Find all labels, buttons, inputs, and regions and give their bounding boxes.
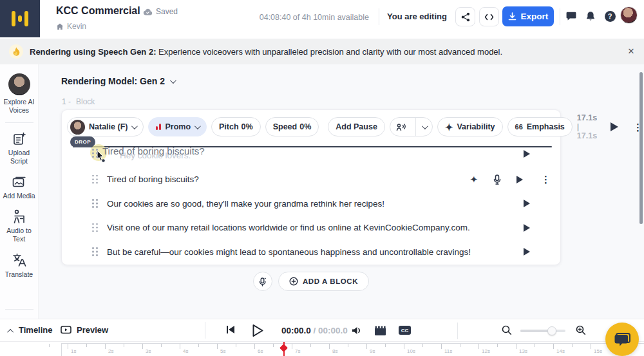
translate-icon [12, 252, 27, 268]
script-row-text[interactable]: Visit one of our many retail locations w… [107, 223, 470, 232]
zoom-in-icon[interactable] [576, 325, 586, 335]
timeline-ruler[interactable]: 1s2s3s4s5s6s7s8s9s10s11s12s13s14s15s [61, 343, 644, 356]
banner-highlight: Rendering using Speech Gen 2: [30, 47, 156, 57]
export-label: Export [521, 12, 549, 21]
banner-message: Experience voiceovers with unparalleled … [156, 47, 502, 57]
chevron-down-icon [131, 123, 138, 129]
divider [205, 322, 205, 339]
divider [379, 8, 379, 25]
scrollbar-track[interactable] [639, 71, 643, 315]
voice-name: Natalie (F) [89, 122, 128, 131]
drag-handle[interactable] [92, 247, 98, 256]
drag-handle[interactable] [92, 199, 98, 208]
app-logo[interactable] [0, 0, 40, 37]
duration-total: 17.1s [577, 131, 597, 140]
pitch-value: 0% [242, 122, 253, 131]
rendering-model-dropdown[interactable]: Rendering Model: Gen 2 [61, 76, 175, 86]
duration-separator: | [577, 122, 580, 131]
embed-code-button[interactable] [479, 7, 499, 26]
pronunciation-dropdown[interactable] [415, 118, 432, 136]
ruler-tick-label: 2s [108, 348, 113, 354]
add-pause-button[interactable]: Add Pause [328, 117, 385, 136]
saved-label: Saved [156, 7, 178, 16]
project-title[interactable]: KCC Commercial [56, 5, 140, 17]
row-play-button[interactable] [524, 150, 530, 158]
block-play-button[interactable] [611, 122, 618, 131]
drag-ghost-text: Tired of boring biscuits? [102, 145, 205, 156]
current-time: 00:00.0 [281, 326, 311, 335]
drag-handle[interactable] [92, 223, 98, 232]
mic-icon[interactable] [493, 174, 501, 185]
breadcrumb[interactable]: Kevin [56, 22, 86, 31]
volume-icon[interactable] [352, 326, 363, 335]
video-clip-icon[interactable] [374, 326, 386, 335]
ruler-tick-label: 4s [183, 348, 188, 354]
pitch-control[interactable]: Pitch 0% [211, 117, 261, 136]
preview-toggle[interactable]: Preview [61, 325, 108, 335]
timeline-toggle[interactable]: Timeline [9, 325, 53, 335]
share-button[interactable] [455, 7, 475, 26]
user-avatar[interactable] [620, 6, 638, 24]
timeline-zoom-slider[interactable] [520, 330, 565, 332]
playhead[interactable] [283, 342, 284, 356]
voice-selector[interactable]: Natalie (F) [67, 117, 144, 136]
left-sidebar: Explore AI Voices Upload Script Add Medi… [0, 64, 39, 319]
sidebar-item-audio-to-text[interactable]: Audio to Text [1, 209, 37, 243]
enhance-sparkle-icon[interactable]: ✦ [469, 174, 478, 184]
add-block-button[interactable]: ADD A BLOCK [278, 272, 369, 291]
ruler-tick-label: 7s [295, 348, 300, 354]
add-pause-label: Add Pause [336, 122, 377, 131]
editor-canvas: Rendering Model: Gen 2 1 -Block Natalie … [39, 64, 644, 319]
upload-script-icon [12, 132, 26, 146]
help-button[interactable]: ? [604, 10, 616, 22]
speed-control[interactable]: Speed 0% [265, 117, 319, 136]
code-icon [484, 14, 494, 21]
pronunciation-icon[interactable] [390, 118, 412, 136]
save-status: Saved [143, 7, 178, 16]
style-selector[interactable]: Promo [148, 117, 207, 136]
emphasis-label: Emphasis [527, 122, 565, 131]
banner-close-icon[interactable]: ✕ [626, 46, 636, 57]
row-play-button[interactable] [516, 176, 523, 183]
script-row-text[interactable]: Tired of boring biscuits? [107, 174, 199, 184]
notifications-button[interactable] [585, 10, 596, 22]
ruler-tick-label: 5s [220, 348, 225, 354]
ruler-tick-label: 1s [71, 348, 76, 354]
script-row-text[interactable]: Our cookies are so good, they'll make yo… [107, 199, 384, 209]
preview-label: Preview [77, 325, 108, 335]
chevron-down-icon [194, 123, 201, 129]
variability-button[interactable]: ✦ Variability [437, 117, 503, 136]
mic-sparkle-icon [259, 277, 267, 286]
row-menu-button[interactable]: ⋮ [538, 174, 553, 184]
scrollbar-thumb[interactable] [639, 72, 643, 224]
block-toolbar: Natalie (F) Promo Pitch 0% Speed 0% Add … [67, 115, 555, 138]
play-button[interactable] [252, 324, 264, 337]
slider-thumb[interactable] [547, 326, 556, 335]
block-type-label: Block [76, 97, 95, 106]
export-button[interactable]: Export [502, 6, 554, 26]
time-separator: / [311, 326, 318, 335]
drag-handle[interactable] [92, 149, 98, 158]
emphasis-button[interactable]: 66 Emphasis [507, 117, 573, 136]
support-chat-button[interactable] [605, 323, 639, 356]
sidebar-item-add-media[interactable]: Add Media [1, 175, 37, 200]
row-actions [524, 248, 530, 256]
row-play-button[interactable] [524, 200, 530, 207]
script-row-text[interactable]: But be careful—our cookies might lead to… [107, 247, 471, 257]
announcement-banner: Rendering using Speech Gen 2: Experience… [0, 39, 644, 64]
skip-to-start-button[interactable] [227, 326, 234, 333]
zoom-out-icon[interactable] [502, 325, 512, 335]
top-bar: KCC Commercial Saved Kevin 04:08:40 of 4… [0, 0, 644, 39]
row-play-button[interactable] [524, 224, 530, 232]
sidebar-item-explore-ai-voices[interactable]: Explore AI Voices [1, 73, 37, 115]
total-time: 00:00.0 [318, 326, 348, 335]
row-play-button[interactable] [524, 248, 530, 256]
record-voice-button[interactable] [253, 272, 272, 291]
sidebar-item-translate[interactable]: Translate [1, 252, 37, 279]
feedback-button[interactable] [565, 10, 577, 22]
sidebar-item-upload-script[interactable]: Upload Script [1, 132, 37, 165]
pronunciation-control[interactable] [390, 117, 433, 136]
drag-handle[interactable] [92, 175, 98, 184]
ruler-tick-label: 12s [482, 348, 490, 354]
captions-button[interactable]: CC [399, 326, 411, 335]
